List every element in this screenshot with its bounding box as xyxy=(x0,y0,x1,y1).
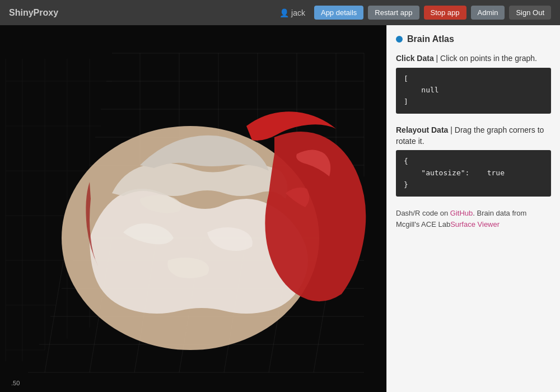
click-data-pre: [ null ] xyxy=(404,73,543,108)
github-link[interactable]: GitHub xyxy=(450,209,473,217)
app-details-button[interactable]: App details xyxy=(314,6,363,20)
stop-app-button[interactable]: Stop app xyxy=(424,6,466,20)
main-content: .50 Brain Atlas Click Data | Click on po… xyxy=(0,25,560,392)
relayout-data-pre: { "autosize": true } xyxy=(404,156,543,190)
user-icon: 👤 xyxy=(279,8,289,17)
username: jack xyxy=(291,8,305,17)
brand-logo: ShinyProxy xyxy=(9,8,58,18)
restart-app-button[interactable]: Restart app xyxy=(368,6,419,20)
click-data-desc: | Click on points in the graph. xyxy=(436,54,537,63)
navbar-right: 👤 jack App details Restart app Stop app … xyxy=(279,6,551,20)
relayout-data-label: Relayout Data | Drag the graph corners t… xyxy=(396,125,551,147)
grid-background xyxy=(0,25,386,392)
surface-viewer-link[interactable]: Surface Viewer xyxy=(450,220,500,228)
footer-prefix: Dash/R code on xyxy=(396,209,450,217)
click-data-label: Click Data | Click on points in the grap… xyxy=(396,53,551,64)
brain-visualization-panel[interactable]: .50 xyxy=(0,25,386,392)
footer: Dash/R code on GitHub. Brain data from M… xyxy=(396,208,551,231)
coordinate-label: .50 xyxy=(11,380,20,386)
app-title-row: Brain Atlas xyxy=(396,34,551,44)
navbar: ShinyProxy 👤 jack App details Restart ap… xyxy=(0,0,560,25)
relayout-data-section: Relayout Data | Drag the graph corners t… xyxy=(396,125,551,197)
app-title: Brain Atlas xyxy=(407,34,454,44)
click-data-section: Click Data | Click on points in the grap… xyxy=(396,53,551,114)
click-data-output: [ null ] xyxy=(396,68,551,114)
click-data-title: Click Data xyxy=(396,54,434,63)
right-panel: Brain Atlas Click Data | Click on points… xyxy=(386,25,560,392)
status-indicator xyxy=(396,36,403,43)
admin-button[interactable]: Admin xyxy=(471,6,505,20)
relayout-data-title: Relayout Data xyxy=(396,125,448,134)
user-info: 👤 jack xyxy=(279,8,305,17)
sign-out-button[interactable]: Sign Out xyxy=(509,6,551,20)
relayout-data-output: { "autosize": true } xyxy=(396,150,551,196)
brain-canvas[interactable]: .50 xyxy=(0,25,386,392)
